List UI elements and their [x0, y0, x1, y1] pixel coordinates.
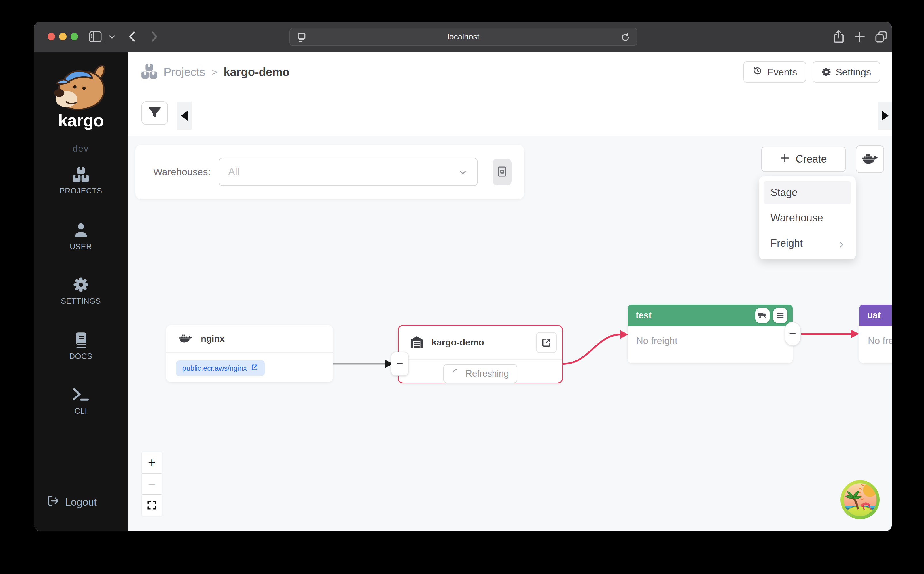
truck-button[interactable] — [755, 308, 769, 323]
browser-titlebar: localhost — [34, 22, 892, 52]
funnel-icon — [148, 107, 161, 120]
warehouse-node-kargo-demo[interactable]: kargo-demo Refreshing — [398, 325, 563, 383]
stage-node-title: uat — [867, 310, 892, 321]
external-link-icon — [541, 337, 552, 348]
create-button[interactable]: Create — [761, 147, 846, 172]
zoom-window-button[interactable] — [71, 33, 78, 40]
triangle-left-icon — [181, 111, 188, 121]
menu-item-freight[interactable]: Freight — [764, 232, 851, 255]
stamp-image-button[interactable] — [493, 159, 512, 185]
collapse-left-button[interactable] — [177, 102, 191, 129]
plus-icon — [780, 153, 790, 166]
logout-icon — [47, 495, 60, 509]
zoom-in-button[interactable]: + — [142, 452, 161, 473]
truck-icon — [758, 312, 767, 319]
warehouse-icon — [410, 336, 423, 350]
sidebar-item-projects[interactable]: PROJECTS — [34, 166, 128, 196]
zoom-out-button[interactable]: − — [142, 473, 161, 494]
share-icon[interactable] — [831, 29, 846, 45]
docker-images-button[interactable] — [856, 145, 884, 173]
warehouse-node-title: kargo-demo — [431, 337, 484, 348]
graph-toolbar — [128, 92, 892, 135]
sidebar-item-user[interactable]: USER — [34, 222, 128, 251]
stage-freight-status: No freight — [628, 326, 793, 346]
sidebar-item-docs[interactable]: DOCS — [34, 332, 128, 361]
sidebar: kargo dev PROJECTS USER — [34, 52, 128, 531]
chevron-right-icon — [837, 239, 845, 251]
refreshing-label: Refreshing — [466, 369, 509, 379]
menu-item-warehouse[interactable]: Warehouse — [764, 207, 851, 229]
docker-whale-icon — [179, 333, 192, 345]
close-window-button[interactable] — [47, 33, 55, 40]
docker-whale-icon — [862, 152, 878, 166]
logout-button[interactable]: Logout — [47, 495, 97, 509]
kargo-wordmark: kargo — [34, 110, 128, 130]
logout-label: Logout — [65, 496, 97, 508]
collapse-warehouse-button[interactable] — [391, 352, 409, 376]
breadcrumb-separator: > — [212, 66, 218, 78]
sidebar-item-settings[interactable]: SETTINGS — [34, 277, 128, 306]
island-icon — [840, 479, 880, 520]
kargo-mascot-icon — [51, 63, 111, 111]
external-link-icon — [251, 364, 258, 373]
repo-node-title: nginx — [201, 334, 225, 344]
spinner-icon — [452, 368, 461, 379]
stage-node-uat[interactable]: uat No freight — [859, 304, 892, 363]
person-icon — [73, 222, 89, 240]
back-button[interactable] — [126, 30, 139, 45]
warehouses-filter-card: Warehouses: All — [135, 145, 524, 199]
stage-node-test[interactable]: test No freight — [628, 304, 793, 363]
filter-button[interactable] — [141, 101, 168, 125]
repo-link-chip[interactable]: public.ecr.aws/nginx — [176, 360, 265, 376]
chevron-down-icon — [458, 168, 467, 178]
main-content: Projects > kargo-demo Events — [128, 52, 892, 531]
titlebar-divider — [104, 32, 105, 42]
tab-overview-icon[interactable] — [874, 30, 888, 45]
image-icon — [496, 166, 508, 178]
sidebar-toggle-icon[interactable] — [88, 30, 103, 45]
forward-button[interactable] — [147, 30, 161, 45]
stage-freight-status: No freight — [859, 326, 892, 346]
collapse-test-button[interactable] — [785, 322, 801, 346]
chevron-down-icon[interactable] — [108, 33, 116, 42]
hamburger-icon — [777, 312, 784, 319]
stage-node-title: test — [636, 310, 752, 321]
fit-view-button[interactable] — [142, 495, 161, 516]
page-settings-icon[interactable] — [296, 32, 307, 44]
projects-boxes-icon — [141, 63, 157, 80]
refreshing-status-pill[interactable]: Refreshing — [443, 364, 518, 383]
sidebar-item-cli[interactable]: CLI — [34, 386, 128, 416]
kargo-logo[interactable]: kargo dev — [34, 63, 128, 154]
repo-node-nginx[interactable]: nginx public.ecr.aws/nginx — [166, 325, 333, 382]
book-icon — [73, 332, 89, 350]
fullscreen-icon — [147, 500, 157, 510]
open-warehouse-button[interactable] — [536, 332, 557, 353]
expand-right-button[interactable] — [878, 102, 892, 129]
events-button[interactable]: Events — [743, 62, 806, 83]
refresh-icon[interactable] — [620, 32, 630, 44]
address-bar[interactable]: localhost — [289, 28, 637, 46]
terminal-icon — [72, 386, 90, 404]
minus-icon — [790, 333, 796, 334]
menu-item-stage[interactable]: Stage — [764, 181, 851, 204]
new-tab-icon[interactable] — [853, 30, 866, 45]
gear-icon — [73, 277, 89, 295]
warehouses-select[interactable]: All — [219, 158, 477, 186]
island-badge[interactable] — [840, 479, 880, 520]
zoom-controls: + − — [142, 452, 161, 516]
breadcrumb: Projects > kargo-demo — [141, 52, 289, 92]
warehouses-select-value: All — [228, 166, 240, 178]
gear-icon — [822, 67, 831, 77]
browser-window: localhost — [34, 22, 892, 531]
history-icon — [753, 66, 763, 78]
triangle-right-icon — [882, 111, 889, 121]
pipeline-canvas[interactable]: Warehouses: All — [128, 136, 892, 531]
breadcrumb-projects-link[interactable]: Projects — [164, 66, 205, 79]
boxes-icon — [73, 166, 89, 184]
stage-menu-button[interactable] — [773, 308, 788, 323]
env-label: dev — [34, 144, 128, 154]
minimize-window-button[interactable] — [59, 33, 66, 40]
url-text: localhost — [448, 32, 480, 41]
create-menu: Stage Warehouse Freight — [759, 177, 856, 259]
settings-button[interactable]: Settings — [812, 62, 880, 83]
